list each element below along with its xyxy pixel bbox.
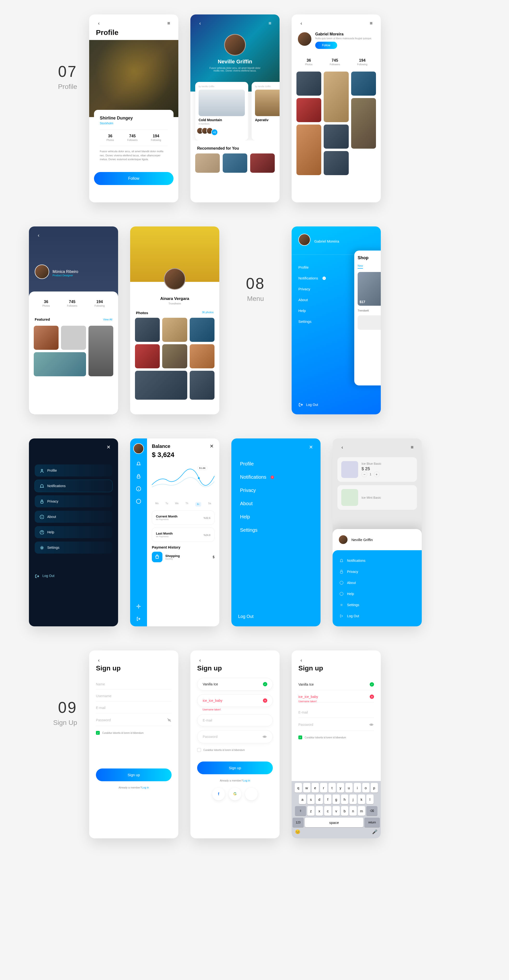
photo-thumb[interactable] [324,72,348,122]
terms-checkbox[interactable]: Curabitur lobortis id lorem id bibendum [197,748,273,752]
chart-day[interactable]: We [175,502,179,507]
photo-thumb[interactable] [324,151,348,175]
photo-thumb[interactable] [190,318,214,342]
key-h[interactable]: h [341,794,348,804]
password-input[interactable]: Password [197,730,273,743]
apple-button[interactable] [245,788,258,800]
lock-icon[interactable] [136,474,141,479]
signup-button[interactable]: Sign up [197,762,273,774]
password-input[interactable]: Password [96,713,172,726]
menu-item-settings[interactable]: Settings [333,599,422,611]
qty-plus[interactable]: + [374,471,380,477]
chart-day[interactable]: Mo [155,502,159,507]
eye-icon[interactable] [369,722,374,727]
photo-thumb[interactable] [135,371,187,400]
photo-thumb[interactable] [190,344,214,368]
menu-item-notifications[interactable]: Notifications2 [240,471,312,484]
key-m[interactable]: m [358,806,365,816]
featured-thumb[interactable] [34,326,59,350]
close-icon[interactable]: ✕ [105,444,111,450]
login-link[interactable]: Log in [243,779,250,782]
key-n[interactable]: n [349,806,357,816]
recommended-thumb[interactable] [250,153,275,173]
back-icon[interactable]: ‹ [197,20,203,26]
photo-thumb[interactable] [135,344,160,368]
menu-item-about[interactable]: About [240,497,312,510]
logout-button[interactable]: Log Out [298,402,318,407]
stat-followers[interactable]: 745Followers [127,134,137,142]
stat-followers[interactable]: 745Followers [330,58,340,66]
menu-item-profile[interactable]: Profile [240,457,312,471]
menu-item-settings[interactable]: Settings [35,542,112,554]
key-k[interactable]: k [358,794,365,804]
photo-thumb[interactable] [297,124,321,175]
payment-item[interactable]: ShoppingMonthly $ [152,552,214,562]
menu-item-about[interactable]: About [35,511,112,523]
key-b[interactable]: b [341,806,348,816]
email-input[interactable]: E-mail [298,706,374,718]
key-d[interactable]: d [316,794,323,804]
photo-thumb[interactable] [190,371,214,400]
avatar[interactable] [133,443,144,454]
key-w[interactable]: w [303,783,310,792]
chart-day-selected[interactable]: Fr [195,502,201,507]
facebook-button[interactable]: f [212,788,225,800]
stat-following[interactable]: 194Following [151,134,161,142]
menu-item-about[interactable]: About [333,577,422,588]
menu-item-notifications[interactable]: Notifications [35,480,112,492]
key-p[interactable]: p [371,783,378,792]
name-input[interactable]: Vanilla Ice✓ [298,678,374,690]
follow-button[interactable]: Follow [94,172,174,185]
key-r[interactable]: r [320,783,327,792]
avatar[interactable] [35,264,49,279]
password-input[interactable]: Password [298,718,374,731]
more-members-badge[interactable]: +5 [211,129,218,136]
logout-button[interactable]: Log Out [333,611,422,622]
hamburger-icon[interactable]: ≡ [267,20,273,26]
key-u[interactable]: u [345,783,353,792]
menu-item-profile[interactable]: Profile [35,465,112,477]
featured-thumb[interactable] [88,326,113,376]
menu-item-help[interactable]: Help [240,510,312,523]
avatar[interactable] [297,32,312,46]
back-icon[interactable]: ‹ [96,20,102,26]
featured-thumb[interactable] [61,326,86,350]
stat-following[interactable]: 194Following [94,300,105,307]
mic-key[interactable]: 🎤 [337,829,380,835]
stat-photos[interactable]: 36Photos [305,58,313,66]
photos-count[interactable]: 36 photos [202,311,214,315]
signup-button[interactable]: Sign up [96,768,172,781]
key-q[interactable]: q [295,783,302,792]
username-input[interactable]: Username [96,690,172,702]
key-v[interactable]: v [333,806,340,816]
bell-icon[interactable] [136,461,141,466]
avatar[interactable] [338,535,348,544]
back-icon[interactable]: ‹ [298,20,304,26]
menu-item-notifications[interactable]: Notifications [333,555,422,566]
avatar[interactable] [298,234,310,246]
photo-thumb[interactable] [351,98,376,149]
close-icon[interactable]: ✕ [308,444,314,450]
google-button[interactable]: G [229,788,241,800]
photo-thumb[interactable] [135,318,160,342]
chart-day[interactable]: Sa [208,502,211,507]
menu-item-settings[interactable]: Settings [240,523,312,537]
backspace-key[interactable]: ⌫ [366,806,377,816]
back-icon[interactable]: ‹ [36,232,41,238]
logout-icon[interactable] [136,616,141,622]
qty-minus[interactable]: − [362,471,367,477]
terms-checkbox[interactable]: ✓Curabitur lobortis id lorem id bibendum [96,731,172,735]
gear-icon[interactable] [136,604,141,609]
view-all-link[interactable]: View All [103,318,112,321]
help-icon[interactable] [136,499,141,504]
hamburger-icon[interactable]: ≡ [166,20,172,26]
key-x[interactable]: x [316,806,323,816]
key-y[interactable]: y [337,783,344,792]
menu-item-help[interactable]: Help [333,588,422,599]
numbers-key[interactable]: 123 [293,818,304,827]
peek-tab[interactable]: New [357,264,363,269]
last-month-card[interactable]: Last Month96 Payments%24.8 [152,528,214,542]
featured-thumb[interactable] [34,352,86,376]
stat-following[interactable]: 194Following [357,58,367,66]
chart-day[interactable]: Th [185,502,188,507]
